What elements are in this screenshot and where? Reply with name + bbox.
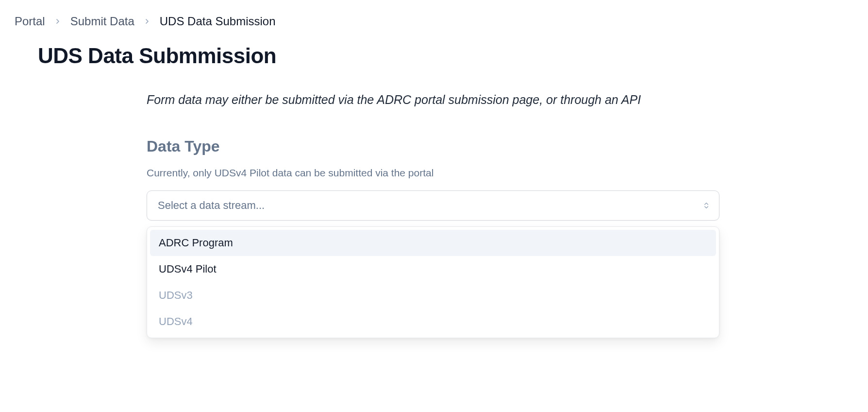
- chevron-right-icon: [143, 17, 151, 25]
- chevron-right-icon: [54, 17, 62, 25]
- section-heading-data-type: Data Type: [147, 137, 719, 155]
- option-udsv4-pilot[interactable]: UDSv4 Pilot: [150, 256, 716, 282]
- option-udsv3: UDSv3: [150, 282, 716, 309]
- data-stream-select[interactable]: Select a data stream...: [147, 190, 719, 221]
- breadcrumb-item-portal[interactable]: Portal: [15, 15, 45, 28]
- breadcrumb-item-current: UDS Data Submission: [160, 15, 276, 28]
- section-subtext: Currently, only UDSv4 Pilot data can be …: [147, 167, 719, 179]
- breadcrumb: Portal Submit Data UDS Data Submission: [15, 15, 853, 28]
- data-stream-listbox: ADRC Program UDSv4 Pilot UDSv3 UDSv4: [147, 226, 719, 338]
- content-column: Form data may either be submitted via th…: [147, 91, 719, 338]
- select-placeholder: Select a data stream...: [158, 199, 265, 212]
- page-title: UDS Data Submmission: [38, 44, 853, 68]
- option-udsv4: UDSv4: [150, 309, 716, 335]
- intro-text: Form data may either be submitted via th…: [147, 91, 719, 108]
- breadcrumb-item-submit-data[interactable]: Submit Data: [70, 15, 134, 28]
- chevron-up-down-icon: [702, 202, 710, 209]
- option-adrc-program[interactable]: ADRC Program: [150, 230, 716, 256]
